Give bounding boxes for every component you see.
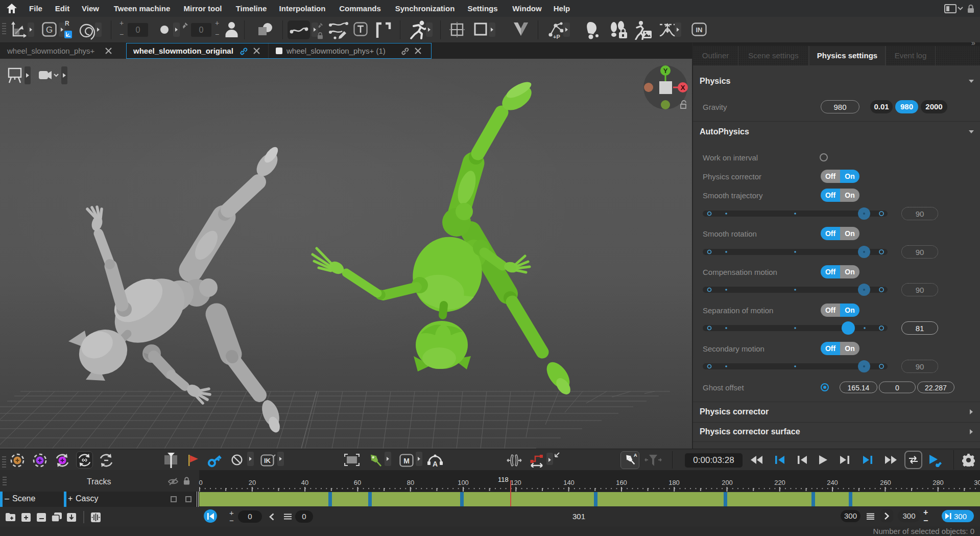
svg-text:G: G bbox=[46, 25, 53, 35]
svg-text:A: A bbox=[433, 460, 438, 468]
svg-text:X: X bbox=[681, 84, 685, 91]
svg-text:+P: +P bbox=[553, 34, 560, 40]
svg-text:IK: IK bbox=[264, 457, 271, 464]
svg-text:IN: IN bbox=[696, 26, 703, 34]
svg-text:M: M bbox=[403, 457, 410, 465]
svg-text:A: A bbox=[634, 453, 637, 458]
svg-text:Y: Y bbox=[663, 67, 668, 75]
